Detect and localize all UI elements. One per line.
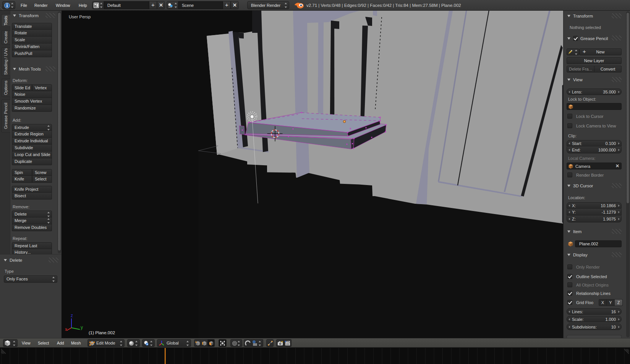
svg-text:(1) Plane.002: (1) Plane.002	[89, 330, 115, 335]
svg-text:User Persp: User Persp	[69, 14, 91, 19]
svg-text:y: y	[81, 325, 83, 330]
svg-text:x: x	[65, 327, 67, 332]
svg-text:z: z	[71, 313, 73, 318]
